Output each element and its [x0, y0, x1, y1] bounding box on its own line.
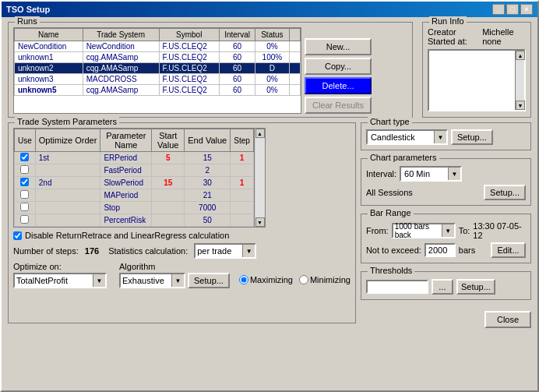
table-row[interactable]: 60 [219, 41, 255, 52]
list-item[interactable] [152, 214, 185, 227]
list-item[interactable]: PercentRisk [100, 214, 152, 227]
list-item[interactable]: 50 [185, 214, 231, 227]
list-item[interactable] [15, 214, 36, 227]
list-item[interactable]: 2 [185, 164, 231, 177]
table-row[interactable]: cqg.AMASamp [83, 63, 159, 74]
list-item[interactable] [15, 164, 36, 177]
list-item[interactable] [152, 164, 185, 177]
list-item[interactable] [152, 202, 185, 214]
interval-dropdown-arrow[interactable]: ▼ [448, 168, 460, 180]
list-item[interactable]: MAPeriod [100, 189, 152, 202]
list-item[interactable] [152, 189, 185, 202]
use-checkbox[interactable] [20, 215, 29, 224]
table-row[interactable]: F.US.CLEQ2 [159, 63, 219, 74]
use-checkbox[interactable] [20, 153, 29, 161]
list-item[interactable]: 21 [185, 189, 231, 202]
params-scroll-down[interactable]: ▼ [255, 217, 265, 227]
list-item[interactable]: 30 [185, 177, 231, 189]
all-sessions-setup-button[interactable]: Setup... [484, 185, 526, 200]
list-item[interactable]: 15 [152, 177, 185, 189]
optimize-dropdown-arrow[interactable]: ▼ [93, 274, 105, 287]
minimizing-option[interactable]: Minimizing [299, 275, 351, 284]
copy-button[interactable]: Copy... [305, 58, 372, 75]
list-item[interactable]: 5 [152, 152, 185, 164]
list-item[interactable] [15, 202, 36, 214]
list-item[interactable] [231, 164, 254, 177]
table-row[interactable]: unknown3 [15, 74, 83, 85]
delete-button[interactable]: Delete... [305, 77, 372, 94]
list-item[interactable] [231, 214, 254, 227]
table-row[interactable]: 0% [255, 74, 289, 85]
table-row[interactable]: 60 [219, 52, 255, 63]
table-row[interactable]: F.US.CLEQ2 [159, 52, 219, 63]
list-item[interactable]: SlowPeriod [100, 177, 152, 189]
table-row[interactable]: D [255, 63, 289, 74]
table-row[interactable]: unknown5 [15, 85, 83, 96]
table-row[interactable]: MACDCROSS [83, 74, 159, 85]
list-item[interactable]: ERPeriod [100, 152, 152, 164]
table-row[interactable]: F.US.CLEQ2 [159, 85, 219, 96]
list-item[interactable]: 15 [185, 152, 231, 164]
maximizing-option[interactable]: Maximizing [239, 275, 293, 284]
algorithm-setup-button[interactable]: Setup... [188, 273, 230, 288]
close-button[interactable]: × [520, 4, 533, 15]
optimize-select[interactable]: TotalNetProfit ▼ [13, 273, 107, 288]
list-item[interactable] [35, 202, 100, 214]
table-row[interactable]: F.US.CLEQ2 [159, 74, 219, 85]
params-scroll-up[interactable]: ▲ [255, 129, 265, 138]
list-item[interactable] [15, 152, 36, 164]
list-item[interactable] [231, 189, 254, 202]
list-item[interactable]: 2nd [35, 177, 100, 189]
table-row[interactable]: 100% [255, 52, 289, 63]
list-item[interactable]: 1 [231, 177, 254, 189]
table-row[interactable]: 60 [219, 85, 255, 96]
use-checkbox[interactable] [20, 165, 29, 174]
chart-type-setup-button[interactable]: Setup... [451, 129, 493, 145]
table-row[interactable]: 0% [255, 41, 289, 52]
list-item[interactable] [35, 214, 100, 227]
use-checkbox[interactable] [20, 190, 29, 199]
thresholds-input[interactable] [366, 280, 428, 294]
table-row[interactable]: cqg.AMASamp [83, 85, 159, 96]
table-row[interactable]: unknown1 [15, 52, 83, 63]
minimizing-radio[interactable] [299, 275, 308, 284]
interval-select[interactable]: 60 Min ▼ [400, 166, 462, 182]
table-row[interactable]: 0% [255, 85, 289, 96]
from-dropdown-arrow[interactable]: ▼ [442, 224, 454, 237]
list-item[interactable] [231, 202, 254, 214]
use-checkbox[interactable] [20, 203, 29, 211]
not-exceed-input[interactable] [425, 243, 456, 257]
info-scroll-down[interactable]: ▼ [516, 101, 525, 110]
minimize-button[interactable]: _ [492, 4, 505, 15]
maximizing-radio[interactable] [239, 275, 248, 284]
disable-checkbox[interactable] [13, 231, 22, 240]
thresholds-dot-button[interactable]: ... [432, 279, 453, 295]
bar-range-edit-button[interactable]: Edit... [491, 242, 526, 258]
table-row[interactable]: NewCondition [83, 41, 159, 52]
list-item[interactable] [35, 164, 100, 177]
list-item[interactable]: FastPeriod [100, 164, 152, 177]
list-item[interactable]: 1st [35, 152, 100, 164]
table-row[interactable]: unknown2 [15, 63, 83, 74]
list-item[interactable] [15, 189, 36, 202]
maximize-button[interactable]: □ [506, 4, 519, 15]
thresholds-setup-button[interactable]: Setup... [456, 279, 495, 295]
table-row[interactable]: NewCondition [15, 41, 83, 52]
algorithm-dropdown-arrow[interactable]: ▼ [171, 274, 184, 287]
stats-select[interactable]: per trade ▼ [194, 243, 256, 259]
table-row[interactable]: cqg.AMASamp [83, 52, 159, 63]
algorithm-select[interactable]: Exhaustive ▼ [119, 273, 185, 288]
use-checkbox[interactable] [20, 178, 29, 186]
chart-type-select[interactable]: Candlestick ▼ [366, 129, 448, 145]
list-item[interactable]: Stop [100, 202, 152, 214]
table-row[interactable]: 60 [219, 74, 255, 85]
from-select[interactable]: 1000 bars back ▼ [392, 223, 456, 238]
new-button[interactable]: New... [305, 38, 372, 55]
clear-results-button[interactable]: Clear Results [305, 97, 372, 114]
close-dialog-button[interactable]: Close [484, 311, 531, 328]
list-item[interactable]: 1 [231, 152, 254, 164]
stats-dropdown-arrow[interactable]: ▼ [242, 245, 255, 257]
list-item[interactable] [15, 177, 36, 189]
chart-type-dropdown-arrow[interactable]: ▼ [434, 131, 446, 143]
list-item[interactable]: 7000 [185, 202, 231, 214]
